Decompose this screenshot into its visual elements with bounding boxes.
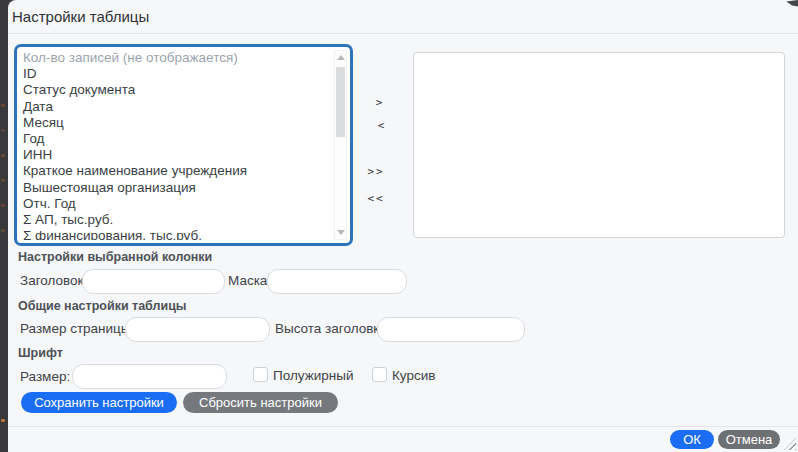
font-section-heading: Шрифт (18, 346, 63, 360)
resize-grip[interactable] (784, 438, 796, 450)
ok-button[interactable]: ОК (670, 430, 714, 449)
italic-checkbox-label[interactable]: Курсив (392, 368, 435, 383)
mask-input[interactable] (267, 269, 407, 294)
available-columns-listbox[interactable]: Кол-во записей (не отображается) ID Стат… (14, 44, 353, 246)
font-size-label: Размер: (20, 369, 70, 384)
list-item[interactable]: Отч. Год (21, 196, 331, 212)
italic-checkbox[interactable] (372, 367, 387, 382)
list-item[interactable]: ИНН (21, 147, 331, 163)
list-item[interactable]: Краткое наименование учреждения (21, 163, 331, 179)
list-item[interactable]: Σ финансирования, тыс.руб. (21, 228, 331, 240)
general-section-heading: Общие настройки таблицы (18, 299, 187, 313)
reset-settings-button[interactable]: Сбросить настройки (183, 392, 338, 413)
header-input[interactable] (82, 269, 225, 294)
selected-columns-listbox[interactable] (413, 52, 785, 238)
header-label: Заголовок: (20, 273, 87, 288)
background-artifact (1, 179, 5, 182)
footer-divider (8, 426, 798, 427)
cancel-button[interactable]: Отмена (718, 430, 780, 449)
vertical-scrollbar[interactable] (334, 50, 347, 240)
list-item[interactable]: Статус документа (21, 82, 331, 98)
list-item[interactable]: Σ АП, тыс.руб. (21, 212, 331, 228)
move-right-button[interactable]: > (367, 95, 391, 110)
list-item[interactable]: Дата (21, 99, 331, 115)
selected-column-section-heading: Настройки выбранной колонки (18, 250, 212, 264)
scroll-down-icon[interactable] (337, 230, 345, 235)
scrollbar-thumb[interactable] (336, 67, 345, 137)
page-size-label: Размер страницы: (20, 321, 134, 336)
background-artifact (1, 229, 5, 232)
header-height-input[interactable] (377, 317, 525, 342)
background-artifact (1, 154, 5, 157)
bold-checkbox-label[interactable]: Полужирный (273, 368, 353, 383)
dialog-title-bar: Настройки таблицы (8, 0, 798, 34)
table-settings-dialog: Настройки таблицы Кол-во записей (не ото… (8, 0, 798, 452)
background-artifact (1, 419, 5, 422)
background-artifact (1, 129, 5, 132)
header-height-label: Высота заголовка: (275, 321, 391, 336)
list-item[interactable]: Месяц (21, 115, 331, 131)
list-item[interactable]: Вышестоящая организация (21, 180, 331, 196)
list-item: Кол-во записей (не отображается) (21, 50, 331, 66)
dialog-title: Настройки таблицы (12, 8, 149, 25)
move-all-left-button[interactable]: << (364, 191, 388, 206)
scroll-up-icon[interactable] (337, 55, 345, 60)
background-artifact (1, 204, 5, 207)
font-size-input[interactable] (72, 364, 227, 389)
move-all-right-button[interactable]: >> (364, 164, 388, 179)
background-artifact (1, 104, 5, 107)
page-size-input[interactable] (125, 317, 270, 342)
available-columns-items: Кол-во записей (не отображается) ID Стат… (21, 50, 331, 240)
list-item[interactable]: Год (21, 131, 331, 147)
move-left-button[interactable]: < (369, 118, 393, 133)
mask-label: Маска: (228, 273, 271, 288)
save-settings-button[interactable]: Сохранить настройки (21, 392, 177, 413)
bold-checkbox[interactable] (253, 367, 268, 382)
list-item[interactable]: ID (21, 66, 331, 82)
